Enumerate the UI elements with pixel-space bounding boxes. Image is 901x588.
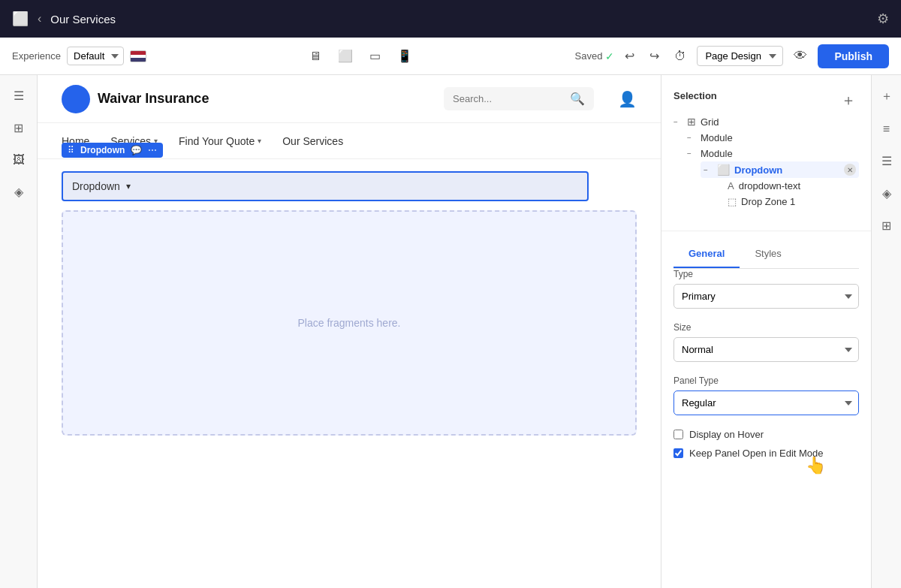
media-icon[interactable]: 🖼 — [8, 149, 29, 171]
layers-icon[interactable]: ☰ — [9, 84, 29, 107]
tablet-landscape-button[interactable]: ⬜ — [331, 44, 360, 68]
grid-icon: ⊞ — [687, 116, 696, 128]
device-switcher: 🖥 ⬜ ▭ 📱 — [303, 44, 419, 68]
tablet-portrait-button[interactable]: ▭ — [363, 44, 387, 68]
data-icon[interactable]: ◈ — [10, 180, 28, 204]
publish-button[interactable]: Publish — [818, 44, 889, 68]
nav-logo: Waivar Insurance — [62, 85, 209, 113]
size-select[interactable]: Normal Small Large — [673, 337, 859, 362]
search-input[interactable] — [453, 93, 564, 104]
tree-item-module1[interactable]: − Module — [687, 130, 859, 146]
saved-status: Saved ✓ — [575, 50, 615, 62]
more-options-icon[interactable]: ⋯ — [148, 145, 157, 155]
tab-styles[interactable]: Styles — [740, 240, 796, 268]
type-field-group: Type Primary Secondary Ghost — [673, 269, 859, 309]
components-icon[interactable]: ⊞ — [9, 116, 28, 140]
tree-dropdown-children: A dropdown-text ⬚ Drop Zone 1 — [701, 178, 859, 210]
panel-type-label: Panel Type — [673, 375, 859, 386]
page-design-select[interactable]: Page Design — [697, 46, 783, 66]
tree-toggle-m2[interactable]: − — [687, 149, 696, 158]
search-icon: 🔍 — [570, 92, 585, 106]
tab-general[interactable]: General — [673, 240, 740, 268]
menu-right-icon[interactable]: ☰ — [877, 149, 896, 173]
undo-button[interactable]: ↩ — [620, 46, 639, 66]
layers-right-icon[interactable]: ≡ — [878, 118, 894, 140]
tree-toggle-dropdown[interactable]: − — [704, 166, 713, 174]
grid-right-icon[interactable]: ⊞ — [877, 214, 896, 237]
main-area: ☰ ⊞ 🖼 ◈ Waivar Insurance 🔍 👤 Home Servic… — [0, 75, 901, 588]
tree-item-grid[interactable]: − ⊞ Grid — [673, 113, 859, 130]
display-hover-row: Display on Hover — [673, 429, 859, 440]
tree-label-drop-zone: Drop Zone 1 — [741, 196, 795, 207]
top-bar-right: ⚙ — [877, 11, 889, 27]
tree-close-button[interactable]: ✕ — [844, 164, 856, 176]
sidebar-toggle-button[interactable]: ⬜ — [12, 11, 29, 27]
page-title: Our Services — [50, 13, 116, 26]
mobile-view-button[interactable]: 📱 — [390, 44, 419, 68]
size-field-group: Size Normal Small Large — [673, 322, 859, 362]
redo-button[interactable]: ↪ — [645, 46, 664, 66]
dropdown-tree-icon: ⬜ — [717, 164, 730, 176]
selection-panel: Selection ＋ − ⊞ Grid − Module — [661, 75, 871, 222]
toolbar: Experience Default 🖥 ⬜ ▭ 📱 Saved ✓ ↩ ↪ ⏱… — [0, 38, 901, 75]
selection-title: Selection — [673, 90, 717, 101]
add-right-icon[interactable]: ＋ — [876, 84, 897, 109]
tree-item-module2[interactable]: − Module — [687, 146, 859, 161]
top-bar-left: ⬜ ‹ Our Services — [12, 11, 116, 27]
add-element-button[interactable]: ＋ — [838, 87, 859, 113]
nav-link-our-services[interactable]: Our Services — [282, 135, 343, 147]
toolbar-right: Saved ✓ ↩ ↪ ⏱ Page Design 👁 Publish — [575, 44, 889, 68]
keep-panel-row: Keep Panel Open in Edit Mode — [673, 448, 859, 459]
history-button[interactable]: ⏱ — [670, 47, 691, 66]
panel-type-field-group: Panel Type Regular Mega Fullwidth — [673, 375, 859, 415]
right-icon-strip: ＋ ≡ ☰ ◈ ⊞ — [871, 75, 901, 588]
components-right-icon[interactable]: ◈ — [878, 182, 896, 205]
user-avatar-icon[interactable]: 👤 — [618, 90, 637, 108]
element-tree: − ⊞ Grid − Module − Module — [673, 113, 859, 210]
tree-label-module1: Module — [701, 132, 733, 143]
nav-bar: Waivar Insurance 🔍 👤 — [38, 75, 661, 123]
dropdown-header-label: Dropdown — [80, 145, 125, 155]
panel-type-select[interactable]: Regular Mega Fullwidth — [673, 390, 859, 415]
experience-label: Experience — [12, 50, 61, 62]
type-select[interactable]: Primary Secondary Ghost — [673, 284, 859, 309]
toolbar-left: Experience Default — [12, 47, 146, 65]
panel-tabs: General Styles — [673, 240, 859, 269]
type-label: Type — [673, 269, 859, 279]
right-panel: Selection ＋ − ⊞ Grid − Module — [661, 75, 871, 588]
tree-module2-children: − ⬜ Dropdown ✕ A dropdown-text — [687, 161, 859, 210]
tree-label-dropdown: Dropdown — [734, 164, 782, 176]
tree-toggle-m1[interactable]: − — [687, 134, 696, 142]
tree-item-drop-zone[interactable]: ⬚ Drop Zone 1 — [714, 194, 859, 210]
settings-button[interactable]: ⚙ — [877, 11, 889, 27]
dropdown-widget-bar[interactable]: Dropdown ▾ — [62, 171, 589, 201]
tree-toggle-grid[interactable]: − — [673, 118, 683, 126]
display-hover-checkbox[interactable] — [673, 430, 683, 439]
drop-zone-text: Place fragments here. — [298, 317, 401, 329]
search-bar: 🔍 — [444, 87, 594, 110]
size-label: Size — [673, 322, 859, 333]
desktop-view-button[interactable]: 🖥 — [303, 45, 328, 68]
dropdown-widget-container: ⠿ Dropdown 💬 ⋯ Dropdown ▾ — [38, 165, 661, 207]
dropzone-tree-icon: ⬚ — [728, 196, 737, 207]
back-button[interactable]: ‹ — [38, 12, 41, 26]
nav-link-find-quote[interactable]: Find Your Quote ▾ — [179, 135, 261, 147]
tree-item-dropdown[interactable]: − ⬜ Dropdown ✕ — [701, 161, 859, 178]
chat-icon[interactable]: 💬 — [131, 145, 142, 155]
saved-check-icon: ✓ — [605, 50, 614, 62]
dropdown-widget-chevron-icon: ▾ — [126, 181, 131, 191]
find-quote-chevron-icon: ▾ — [258, 137, 261, 145]
preview-button[interactable]: 👁 — [789, 45, 812, 67]
dropdown-widget-header: ⠿ Dropdown 💬 ⋯ — [62, 143, 163, 158]
experience-select[interactable]: Default — [67, 47, 124, 65]
drag-handle-icon[interactable]: ⠿ — [68, 145, 74, 155]
top-bar: ⬜ ‹ Our Services ⚙ — [0, 0, 901, 38]
tree-label-module2: Module — [701, 148, 733, 159]
keep-panel-checkbox[interactable] — [673, 448, 683, 458]
tree-label-dropdown-text: dropdown-text — [739, 180, 800, 191]
tree-item-dropdown-text[interactable]: A dropdown-text — [714, 178, 859, 194]
tree-label-grid: Grid — [701, 116, 719, 128]
language-flag[interactable] — [130, 50, 146, 62]
drop-zone[interactable]: Place fragments here. — [62, 210, 637, 436]
display-hover-label: Display on Hover — [689, 429, 764, 440]
